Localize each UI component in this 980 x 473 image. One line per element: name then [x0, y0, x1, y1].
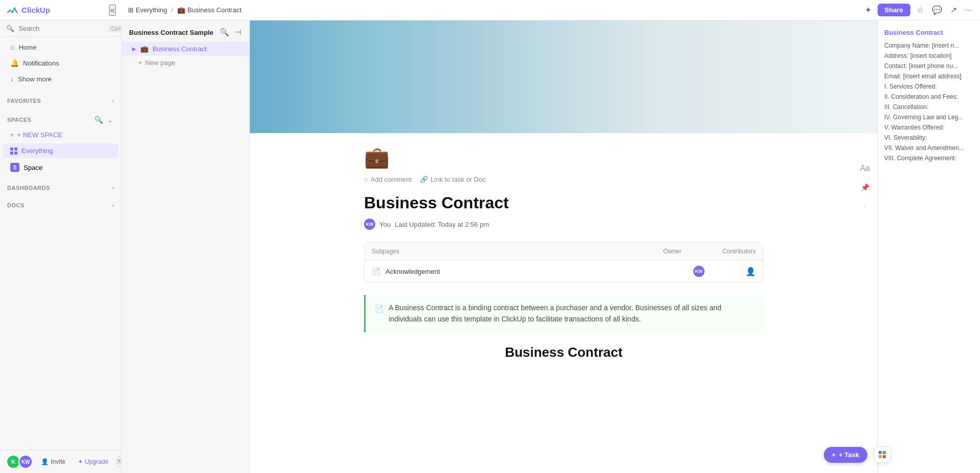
quote-text: A Business Contract is a binding contrac… [389, 302, 754, 325]
home-icon: ⌂ [10, 43, 14, 51]
dashboards-expand-button[interactable]: › [112, 184, 114, 191]
sidebar-item-notifications[interactable]: 🔔 Notifications [3, 55, 118, 71]
toc-item-consideration[interactable]: II. Consideration and Fees: [884, 92, 974, 102]
doc-sidebar: Business Contract Sample 🔍 ⊣ ▶ 💼 Busines… [122, 20, 250, 473]
sidebar-item-everything[interactable]: Everything [3, 143, 118, 158]
more-options-button[interactable]: ··· [963, 4, 974, 17]
spaces-search-button[interactable]: 🔍 [93, 115, 104, 125]
breadcrumb-separator: / [171, 6, 173, 14]
subpage-row[interactable]: 📄 Acknowledgement KW 👤 [365, 261, 763, 282]
topbar-left: ClickUp « [0, 4, 122, 16]
search-input[interactable] [18, 25, 104, 32]
logo-text: ClickUp [22, 6, 50, 14]
new-space-plus-icon: + [10, 131, 14, 139]
subpages-header: Subpages Owner Contributors [365, 243, 763, 261]
doc-sidebar-icon-buttons: 🔍 ⊣ [219, 27, 242, 38]
doc-body: 💼 ○ Add comment 🔗 Link to task or Doc Bu… [344, 133, 784, 391]
favorites-expand-button[interactable]: › [112, 97, 114, 104]
toc-item-waiver[interactable]: VII. Waiver and Amendmen... [884, 143, 974, 153]
toc-item-contact[interactable]: Contact: [insert phone nu... [884, 61, 974, 71]
breadcrumb-business-contract: 💼 Business Contract [177, 6, 242, 14]
new-space-button[interactable]: + + NEW SPACE [3, 128, 118, 142]
toc-item-warranties[interactable]: V. Warranties Offered: [884, 122, 974, 133]
doc-search-button[interactable]: 🔍 [219, 27, 230, 38]
apps-grid-icon [879, 451, 886, 458]
invite-icon: 👤 [41, 458, 49, 465]
spaces-section-header: SPACES 🔍 ⌄ [0, 111, 121, 127]
export-button[interactable]: ↗ [948, 3, 959, 17]
quote-doc-icon: 📄 [375, 303, 384, 325]
spaces-actions: 🔍 ⌄ [93, 115, 114, 125]
meta-updated: Last Updated: Today at 2:56 pm [395, 221, 489, 228]
favorites-actions: › [112, 97, 114, 104]
sidebar-collapse-button[interactable]: « [109, 5, 116, 16]
link-icon: 🔗 [420, 176, 428, 183]
doc-section-title: Business Contract [364, 345, 763, 360]
upgrade-star-icon: ✦ [78, 458, 83, 465]
toc-item-email[interactable]: Email: [insert email address] [884, 71, 974, 81]
task-fab-label: + Task [839, 451, 859, 459]
doc-area: 💼 ○ Add comment 🔗 Link to task or Doc Bu… [250, 20, 878, 473]
spaces-expand-button[interactable]: ⌄ [106, 115, 114, 125]
sidebar-item-show-more[interactable]: ↓ Show more [3, 71, 118, 87]
toc-item-address[interactable]: Address: [insert location] [884, 51, 974, 61]
contributors-column-header: Contributors [722, 248, 756, 255]
toc-items: Company Name: [insert n...Address: [inse… [884, 40, 974, 163]
quote-block: 📄 A Business Contract is a binding contr… [364, 295, 763, 332]
doc-collapse-button[interactable]: ⊣ [233, 27, 242, 38]
notifications-icon: 🔔 [10, 59, 19, 67]
doc-tree-new-page[interactable]: + New page [122, 56, 249, 70]
comment-button[interactable]: 💬 [930, 3, 944, 17]
main-layout: 🔍 Ctrl+K ⌂ Home 🔔 Notifications ↓ Show m… [0, 20, 980, 473]
sidebar-item-space[interactable]: S Space [3, 159, 118, 176]
topbar-actions: ✦ Share ☆ 💬 ↗ ··· [857, 3, 980, 17]
doc-emoji: 💼 [364, 146, 390, 168]
contributor-add-icon: 👤 [745, 267, 756, 276]
task-plus-icon: + [832, 451, 836, 459]
subpage-doc-icon: 📄 [372, 267, 380, 275]
subpage-owner-avatar: KW [693, 266, 705, 277]
subpage-name: Acknowledgement [386, 268, 693, 275]
sidebar-item-home[interactable]: ⌂ Home [3, 39, 118, 55]
toc-item-cancellation[interactable]: III. Cancellation: [884, 102, 974, 112]
subpages-label: Subpages [372, 248, 399, 255]
toc-item-severability[interactable]: VI. Severability: [884, 133, 974, 143]
docs-expand-button[interactable]: › [112, 202, 114, 209]
avatar-kw: KW [18, 455, 33, 469]
sidebar-item-show-more-label: Show more [18, 75, 52, 83]
bookmark-button[interactable]: ☆ [914, 3, 926, 17]
task-fab-button[interactable]: + + Task [824, 447, 867, 463]
sidebar-nav: ⌂ Home 🔔 Notifications ↓ Show more [0, 37, 121, 89]
upgrade-button[interactable]: ✦ Upgrade [74, 456, 113, 468]
toc-item-governing-law[interactable]: IV. Governing Law and Leg... [884, 112, 974, 122]
apps-fab-button[interactable] [874, 446, 890, 463]
subpages-table: Subpages Owner Contributors 📄 Acknowledg… [364, 242, 763, 283]
briefcase-emoji: 💼 [140, 45, 148, 53]
add-page-icon: + [138, 59, 142, 67]
sidebar-item-notifications-label: Notifications [23, 59, 59, 67]
add-comment-button[interactable]: ○ Add comment [364, 174, 412, 185]
invite-button[interactable]: 👤 Invite [37, 456, 70, 468]
toc-item-services[interactable]: I. Services Offered: [884, 81, 974, 92]
toc-item-company-name[interactable]: Company Name: [insert n... [884, 40, 974, 51]
share-button[interactable]: Share [878, 4, 910, 16]
left-sidebar: 🔍 Ctrl+K ⌂ Home 🔔 Notifications ↓ Show m… [0, 20, 122, 473]
sidebar-bottom: K KW 👤 Invite ✦ Upgrade ? [0, 450, 121, 473]
dashboards-section-header: DASHBOARDS › [0, 180, 121, 193]
help-button[interactable]: ? [117, 456, 121, 467]
doc-title: Business Contract [364, 193, 763, 212]
link-task-button[interactable]: 🔗 Link to task or Doc [420, 174, 486, 185]
search-icon: 🔍 [6, 25, 14, 32]
doc-sidebar-title: Business Contract Sample [129, 29, 214, 36]
topbar: ClickUp « ⊞ Everything / 💼 Business Cont… [0, 0, 980, 20]
briefcase-icon: 💼 [177, 6, 185, 14]
grid-icon: ⊞ [128, 6, 134, 14]
toc-item-complete-agreement[interactable]: VIII. Complete Agreement: [884, 153, 974, 163]
doc-tree-item-business-contract[interactable]: ▶ 💼 Business Contract [122, 42, 249, 56]
toc-title: Business Contract [884, 29, 974, 36]
sidebar-item-home-label: Home [18, 44, 36, 51]
doc-actions-row: ○ Add comment 🔗 Link to task or Doc [364, 174, 763, 185]
magic-button[interactable]: ✦ [863, 3, 874, 17]
comment-circle-icon: ○ [364, 176, 368, 183]
meta-avatar: KW [364, 219, 375, 230]
